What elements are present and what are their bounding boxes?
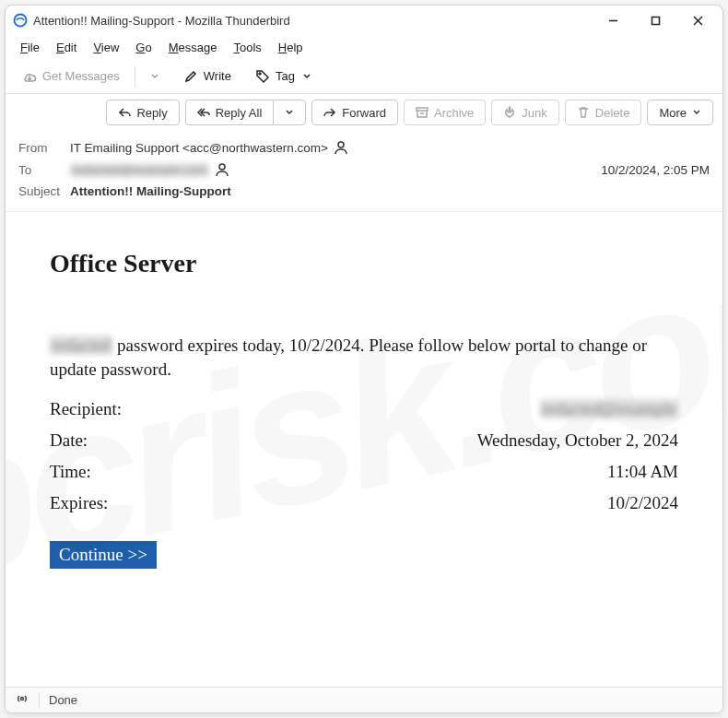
from-value[interactable]: IT Emailing Support <acc@northwastern.co… — [70, 141, 328, 155]
window-title: Attention!! Mailing-Support - Mozilla Th… — [33, 14, 592, 28]
svg-point-0 — [15, 15, 27, 27]
minimize-button[interactable] — [592, 6, 634, 34]
header-from-row: From IT Emailing Support <acc@northwaste… — [18, 136, 710, 159]
menu-go[interactable]: Go — [128, 39, 159, 56]
titlebar: Attention!! Mailing-Support - Mozilla Th… — [6, 6, 722, 35]
message-body: pcrisk.com Office Server redacted passwo… — [6, 212, 722, 666]
svg-rect-6 — [417, 108, 428, 111]
reply-icon — [118, 106, 131, 119]
separator — [135, 66, 135, 87]
row-expires: Expires: 10/2/2024 — [50, 488, 678, 519]
date-value: Wednesday, October 2, 2024 — [477, 430, 678, 451]
continue-button[interactable]: Continue >> — [50, 541, 157, 569]
flame-icon — [503, 106, 516, 119]
reply-button[interactable]: Reply — [106, 100, 179, 125]
write-label: Write — [204, 69, 231, 83]
chevron-down-icon — [150, 72, 159, 81]
from-label: From — [18, 141, 70, 155]
subject-value: Attention!! Mailing-Support — [70, 184, 710, 198]
application-window: Attention!! Mailing-Support - Mozilla Th… — [5, 5, 723, 713]
menu-view[interactable]: View — [86, 39, 126, 56]
header-to-row: To redacted@example.com 10/2/2024, 2:05 … — [18, 159, 710, 181]
header-subject-row: Subject Attention!! Mailing-Support — [18, 181, 710, 202]
main-toolbar: Get Messages Write Tag — [6, 59, 722, 94]
row-date: Date: Wednesday, October 2, 2024 — [50, 425, 678, 456]
get-messages-button[interactable]: Get Messages — [13, 64, 129, 89]
delete-label: Delete — [595, 106, 630, 120]
reply-all-icon — [197, 106, 210, 119]
menu-edit[interactable]: Edit — [49, 39, 84, 56]
more-button[interactable]: More — [647, 100, 713, 125]
maximize-button[interactable] — [634, 6, 676, 34]
subject-label: Subject — [18, 184, 70, 198]
svg-point-9 — [21, 698, 24, 700]
archive-button[interactable]: Archive — [404, 100, 486, 125]
recipient-label: Recipient: — [50, 399, 179, 419]
statusbar: Done — [6, 687, 722, 712]
trash-icon — [577, 106, 590, 119]
delete-button[interactable]: Delete — [565, 100, 642, 125]
recipient-value-redacted: redacted@example — [540, 399, 678, 418]
message-actions-toolbar: Reply Reply All Forward Archive Junk Del… — [6, 94, 722, 131]
menu-tools[interactable]: Tools — [226, 39, 268, 56]
to-value-redacted[interactable]: redacted@example.com — [70, 163, 209, 177]
reply-all-dropdown[interactable] — [273, 100, 306, 125]
time-label: Time: — [50, 462, 179, 482]
close-button[interactable] — [676, 6, 719, 34]
svg-rect-2 — [652, 17, 659, 24]
chevron-down-icon — [302, 72, 311, 81]
chevron-down-icon — [692, 108, 701, 117]
reply-label: Reply — [136, 106, 167, 120]
menu-help[interactable]: Help — [271, 39, 311, 56]
separator — [39, 692, 40, 709]
more-label: More — [659, 106, 687, 120]
svg-point-5 — [259, 73, 261, 75]
get-messages-label: Get Messages — [42, 69, 120, 83]
time-value: 11:04 AM — [607, 462, 678, 482]
forward-label: Forward — [342, 106, 386, 120]
menu-file[interactable]: File — [13, 39, 47, 56]
menubar: File Edit View Go Message Tools Help — [6, 35, 722, 59]
row-recipient: Recipient: redacted@example — [50, 394, 678, 425]
archive-icon — [416, 106, 429, 119]
svg-point-8 — [219, 164, 225, 170]
write-button[interactable]: Write — [174, 64, 241, 89]
svg-point-7 — [338, 142, 344, 147]
body-message-text: password expires today, 10/2/2024. Pleas… — [50, 335, 647, 379]
tag-button[interactable]: Tag — [246, 64, 321, 89]
row-time: Time: 11:04 AM — [50, 456, 678, 488]
contact-icon[interactable] — [215, 162, 229, 177]
body-message: redacted password expires today, 10/2/20… — [50, 334, 678, 381]
date-label: Date: — [50, 430, 179, 451]
expires-value: 10/2/2024 — [607, 493, 678, 513]
forward-button[interactable]: Forward — [311, 100, 398, 125]
expires-label: Expires: — [50, 493, 179, 513]
message-headers: From IT Emailing Support <acc@northwaste… — [6, 131, 722, 212]
get-messages-dropdown[interactable] — [141, 64, 169, 89]
header-datetime: 10/2/2024, 2:05 PM — [601, 163, 710, 177]
thunderbird-icon — [13, 13, 28, 28]
tag-icon — [255, 69, 270, 84]
junk-button[interactable]: Junk — [491, 100, 558, 125]
body-redacted-user: redacted — [50, 335, 112, 355]
to-label: To — [18, 163, 70, 177]
pencil-icon — [183, 69, 198, 84]
forward-icon — [323, 106, 336, 119]
broadcast-icon[interactable] — [15, 691, 29, 709]
archive-label: Archive — [434, 106, 474, 120]
body-heading: Office Server — [50, 249, 678, 278]
contact-icon[interactable] — [334, 140, 348, 155]
chevron-down-icon — [285, 108, 294, 117]
reply-all-label: Reply All — [216, 106, 263, 120]
reply-all-button[interactable]: Reply All — [185, 100, 274, 125]
body-details-table: Recipient: redacted@example Date: Wednes… — [50, 394, 678, 519]
menu-message[interactable]: Message — [161, 39, 225, 56]
download-cloud-icon — [22, 69, 37, 84]
junk-label: Junk — [522, 106, 546, 120]
tag-label: Tag — [276, 69, 295, 83]
status-text: Done — [49, 693, 77, 707]
